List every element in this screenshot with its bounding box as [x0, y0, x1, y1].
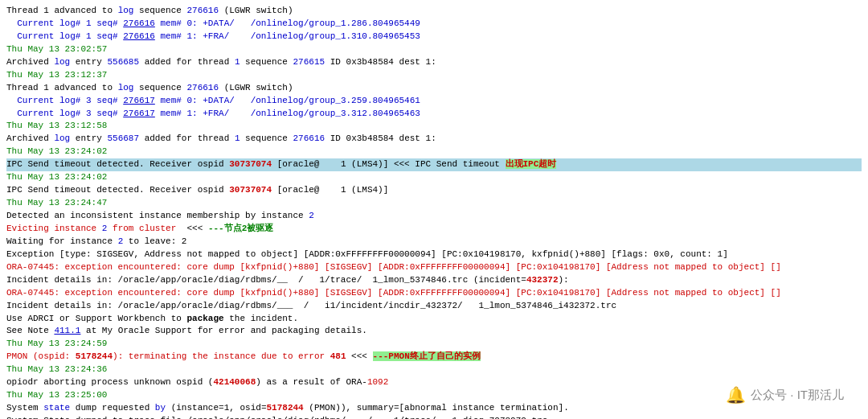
log-line-14: Thu May 13 23:24:02: [6, 171, 862, 184]
log-lines: Thread 1 advanced to log sequence 276616…: [6, 5, 862, 419]
log-line-10: Thu May 13 23:12:58: [6, 120, 862, 133]
log-line-15: IPC Send timeout detected. Receiver ospi…: [6, 184, 862, 197]
log-line-27: Thu May 13 23:24:59: [6, 338, 862, 351]
log-line-11: Archived log entry 556687 added for thre…: [6, 133, 862, 146]
log-line-26: See Note 411.1 at My Oracle Support for …: [6, 325, 862, 338]
log-line-3: Current log# 1 seq# 276616 mem# 1: +FRA/…: [6, 31, 862, 43]
log-line-21: ORA-07445: exception encountered: core d…: [6, 261, 862, 274]
log-line-29: Thu May 13 23:24:36: [6, 364, 862, 376]
log-line-4: Thu May 13 23:02:57: [6, 43, 862, 56]
log-line-24: Incident details in: /oracle/app/oracle/…: [6, 300, 862, 313]
log-line-17: Detected an inconsistent instance member…: [6, 210, 862, 223]
log-line-5: Archived log entry 556685 added for thre…: [6, 56, 862, 69]
log-line-25: Use ADRCI or Support Workbench to packag…: [6, 313, 862, 326]
log-container: Thread 1 advanced to log sequence 276616…: [0, 0, 868, 419]
log-line-19: Waiting for instance 2 to leave: 2: [6, 236, 862, 249]
log-line-7: Thread 1 advanced to log sequence 276616…: [6, 82, 862, 95]
log-line-6: Thu May 13 23:12:37: [6, 69, 862, 82]
log-line-16: Thu May 13 23:24:47: [6, 197, 862, 210]
log-line-18: Evicting instance 2 from cluster <<< ---…: [6, 223, 862, 236]
log-line-23: ORA-07445: exception encountered: core d…: [6, 287, 862, 300]
log-line-9: Current log# 3 seq# 276617 mem# 1: +FRA/…: [6, 108, 862, 121]
log-line-8: Current log# 3 seq# 276617 mem# 0: +DATA…: [6, 95, 862, 108]
log-line-1: Thread 1 advanced to log sequence 276616…: [6, 5, 862, 18]
watermark-text: 公众号 · IT那活儿: [751, 388, 844, 403]
log-line-22: Incident details in: /oracle/app/oracle/…: [6, 274, 862, 287]
log-line-33: System State dumped to trace file /oracl…: [6, 415, 862, 419]
log-line-20: Exception [type: SIGSEGV, Address not ma…: [6, 249, 862, 261]
log-line-28: PMON (ospid: 5178244): terminating the i…: [6, 351, 862, 364]
log-line-13: IPC Send timeout detected. Receiver ospi…: [6, 158, 862, 171]
watermark-icon: 🔔: [726, 385, 746, 405]
log-line-2: Current log# 1 seq# 276616 mem# 0: +DATA…: [6, 18, 862, 31]
watermark: 🔔 公众号 · IT那活儿: [726, 385, 844, 405]
log-line-12: Thu May 13 23:24:02: [6, 146, 862, 158]
